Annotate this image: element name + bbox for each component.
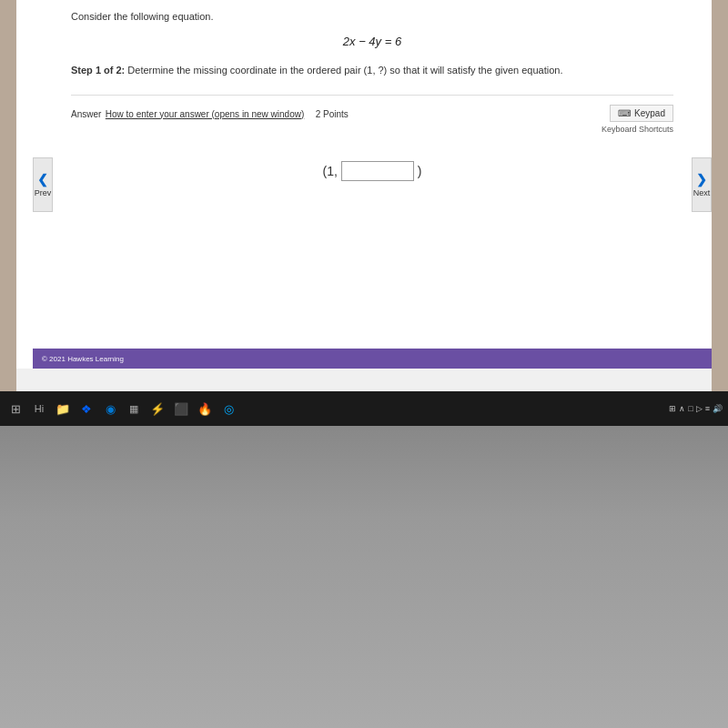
- footer-text: © 2021 Hawkes Learning: [42, 355, 124, 363]
- taskbar-tray-1: ⊞: [669, 404, 676, 413]
- step-instructions: Step 1 of 2: Determine the missing coord…: [71, 63, 673, 78]
- taskbar-search[interactable]: Hi: [29, 399, 49, 419]
- taskbar-dropbox[interactable]: ❖: [76, 399, 96, 419]
- right-chevron-icon: ❯: [696, 172, 707, 187]
- how-to-link[interactable]: How to enter your answer (opens in new w…: [106, 109, 304, 119]
- left-chevron-icon: ❮: [37, 172, 48, 187]
- prev-label: Prev: [35, 188, 52, 197]
- taskbar: ⊞ Hi 📁 ❖ ◉ ▦ ⚡ ⬛ 🔥 ◎ ⊞ ∧ □ ▷ ≡ 🔊: [0, 391, 728, 426]
- answer-input[interactable]: [341, 161, 414, 181]
- taskbar-bolt[interactable]: ⚡: [147, 399, 167, 419]
- keypad-label: Keypad: [634, 108, 665, 118]
- ordered-pair-section: (1, ): [71, 161, 673, 181]
- ordered-pair-prefix: (1,: [322, 164, 337, 178]
- taskbar-tray-5: ≡: [705, 404, 710, 413]
- answer-row: Answer How to enter your answer (opens i…: [71, 95, 673, 134]
- answer-left: Answer How to enter your answer (opens i…: [71, 105, 349, 121]
- taskbar-start[interactable]: ⊞: [5, 399, 25, 419]
- answer-label: Answer: [71, 109, 101, 119]
- keypad-button[interactable]: ⌨ Keypad: [610, 105, 673, 122]
- consider-text: Consider the following equation.: [71, 11, 673, 22]
- footer-bar: © 2021 Hawkes Learning: [33, 349, 712, 369]
- taskbar-tray-3: □: [688, 404, 693, 413]
- content-area: ❮ Prev ❯ Next Consider the following equ…: [16, 0, 712, 369]
- taskbar-app[interactable]: ◎: [218, 399, 238, 419]
- main-content: Consider the following equation. 2x − 4y…: [53, 0, 692, 369]
- taskbar-tray-2: ∧: [679, 404, 685, 413]
- equation-display: 2x − 4y = 6: [71, 35, 673, 48]
- ordered-pair-suffix: ): [418, 164, 422, 178]
- taskbar-right: ⊞ ∧ □ ▷ ≡ 🔊: [669, 404, 723, 413]
- keyboard-shortcuts-text: Keyboard Shortcuts: [602, 125, 673, 134]
- laptop-body: hp ← F1 ☀ ☁ bri prt del home & 7 8 9 0 −…: [0, 426, 728, 728]
- points-label: 2 Points: [316, 109, 349, 119]
- step-label: Step 1 of 2:: [71, 65, 125, 76]
- taskbar-tray-4: ▷: [696, 404, 703, 413]
- keypad-section: ⌨ Keypad Keyboard Shortcuts: [602, 105, 673, 134]
- next-nav[interactable]: ❯ Next: [692, 157, 712, 212]
- prev-nav[interactable]: ❮ Prev: [33, 157, 53, 212]
- taskbar-files[interactable]: 📁: [53, 399, 73, 419]
- taskbar-tiles[interactable]: ▦: [124, 399, 144, 419]
- taskbar-office[interactable]: ⬛: [171, 399, 191, 419]
- next-label: Next: [693, 188, 711, 197]
- step-description: Determine the missing coordinate in the …: [127, 65, 562, 76]
- taskbar-edge[interactable]: ◉: [100, 399, 120, 419]
- keypad-icon: ⌨: [618, 108, 631, 118]
- taskbar-tray-6: 🔊: [713, 404, 723, 413]
- taskbar-firefox[interactable]: 🔥: [195, 399, 215, 419]
